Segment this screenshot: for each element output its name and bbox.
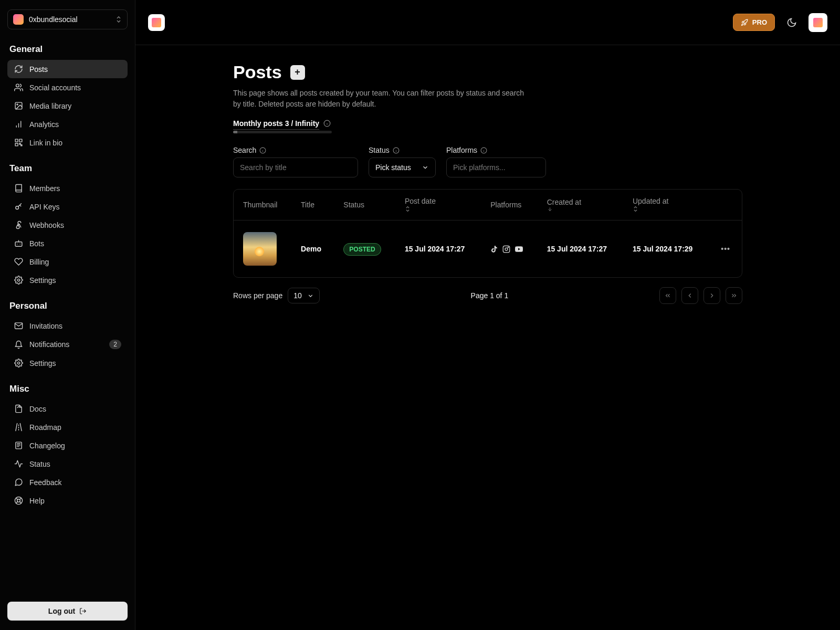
last-page-button[interactable] — [726, 287, 742, 304]
bot-icon — [14, 239, 23, 248]
sidebar-item-label: Link in bio — [29, 139, 62, 147]
sidebar-item-settings[interactable]: Settings — [7, 271, 128, 289]
app-logo[interactable] — [148, 14, 165, 31]
row-actions-button[interactable]: ••• — [721, 245, 730, 253]
moon-icon — [786, 17, 797, 28]
col-thumbnail: Thumbnail — [234, 190, 291, 220]
svg-point-9 — [17, 362, 19, 364]
usage-label: Monthly posts 3 / Infinity — [233, 119, 319, 128]
platforms-select[interactable]: Pick platforms... — [446, 158, 546, 177]
search-input[interactable] — [233, 158, 358, 177]
notification-badge: 2 — [109, 340, 121, 349]
sidebar-item-label: Settings — [29, 276, 56, 285]
instagram-icon — [502, 245, 510, 253]
usage-bar — [233, 131, 332, 133]
road-icon — [14, 423, 23, 432]
info-icon[interactable] — [393, 147, 400, 154]
sort-icon — [633, 205, 699, 213]
sidebar-item-changelog[interactable]: Changelog — [7, 436, 128, 455]
logout-label: Log out — [48, 607, 75, 615]
sidebar-item-label: Docs — [29, 405, 46, 413]
col-platforms: Platforms — [481, 190, 537, 220]
info-icon[interactable] — [480, 147, 487, 154]
sidebar-item-label: Status — [29, 460, 50, 468]
sidebar-item-docs[interactable]: Docs — [7, 400, 128, 418]
sidebar-item-label: Feedback — [29, 478, 61, 487]
col-post-date[interactable]: Post date — [395, 190, 481, 220]
gear-icon — [14, 276, 23, 285]
sidebar-item-social-accounts[interactable]: Social accounts — [7, 78, 128, 97]
page-description: This page shows all posts created by you… — [233, 88, 527, 110]
sidebar-item-billing[interactable]: Billing — [7, 253, 128, 271]
info-icon[interactable] — [259, 147, 266, 154]
doc-icon — [14, 404, 23, 413]
gear-icon — [14, 359, 23, 368]
sidebar-item-help[interactable]: Help — [7, 491, 128, 510]
pulse-icon — [14, 459, 23, 468]
users-icon — [14, 83, 23, 92]
sidebar-item-label: Roadmap — [29, 423, 61, 432]
svg-rect-2 — [15, 139, 18, 142]
mail-icon — [14, 321, 23, 330]
platforms-label: Platforms — [446, 146, 477, 154]
sidebar-item-settings[interactable]: Settings — [7, 354, 128, 372]
sidebar-item-notifications[interactable]: Notifications2 — [7, 335, 128, 354]
table-row[interactable]: Demo POSTED 15 Jul 2024 17:27 — [234, 220, 742, 278]
tiktok-icon — [490, 245, 498, 253]
sidebar-item-members[interactable]: Members — [7, 179, 128, 197]
chevron-updown-icon — [116, 15, 122, 24]
svg-point-19 — [508, 247, 509, 247]
svg-point-7 — [17, 279, 19, 281]
status-select[interactable]: Pick status — [369, 158, 436, 177]
sidebar-item-invitations[interactable]: Invitations — [7, 317, 128, 335]
changelog-icon — [14, 441, 23, 450]
theme-toggle-button[interactable] — [782, 13, 801, 32]
workspace-switcher[interactable]: 0xbundlesocial — [7, 9, 128, 29]
sidebar-item-label: Bots — [29, 239, 44, 248]
post-title: Demo — [301, 245, 321, 253]
user-avatar[interactable] — [808, 13, 827, 32]
sidebar-item-label: API Keys — [29, 203, 60, 211]
sidebar-item-posts[interactable]: Posts — [7, 60, 128, 78]
pro-button[interactable]: PRO — [733, 14, 775, 31]
rows-per-page-select[interactable]: 10 — [288, 288, 320, 303]
search-label: Search — [233, 146, 256, 154]
sidebar-item-feedback[interactable]: Feedback — [7, 473, 128, 491]
sidebar-item-label: Webhooks — [29, 221, 64, 229]
qr-icon — [14, 138, 23, 147]
pro-label: PRO — [752, 18, 767, 26]
status-label: Status — [369, 146, 390, 154]
created-at: 15 Jul 2024 17:27 — [547, 245, 607, 253]
page-title: Posts — [233, 62, 282, 82]
bell-icon — [14, 340, 23, 349]
sidebar-item-bots[interactable]: Bots — [7, 234, 128, 253]
col-updated-at[interactable]: Updated at — [623, 190, 709, 220]
col-created-at[interactable]: Created at — [538, 190, 623, 220]
svg-rect-17 — [503, 246, 510, 253]
plus-icon: + — [295, 67, 300, 78]
svg-point-1 — [16, 104, 17, 105]
book-icon — [14, 184, 23, 193]
refresh-icon — [14, 65, 23, 74]
sidebar-item-roadmap[interactable]: Roadmap — [7, 418, 128, 436]
sidebar-item-api-keys[interactable]: API Keys — [7, 197, 128, 216]
svg-rect-4 — [15, 143, 18, 146]
add-post-button[interactable]: + — [290, 65, 305, 80]
sidebar-item-analytics[interactable]: Analytics — [7, 115, 128, 133]
workspace-logo — [13, 14, 24, 25]
logout-button[interactable]: Log out — [7, 602, 128, 621]
youtube-icon — [514, 245, 523, 253]
rows-per-page-label: Rows per page — [233, 291, 282, 300]
svg-point-18 — [505, 248, 508, 250]
first-page-button[interactable] — [659, 287, 676, 304]
sidebar-item-webhooks[interactable]: Webhooks — [7, 216, 128, 234]
sidebar-item-link-in-bio[interactable]: Link in bio — [7, 133, 128, 152]
sidebar-item-label: Posts — [29, 65, 48, 74]
sidebar-item-status[interactable]: Status — [7, 455, 128, 473]
next-page-button[interactable] — [704, 287, 720, 304]
info-icon[interactable] — [323, 120, 331, 127]
col-status: Status — [334, 190, 395, 220]
sidebar-item-media-library[interactable]: Media library — [7, 97, 128, 115]
prev-page-button[interactable] — [681, 287, 698, 304]
section-title: Misc — [9, 384, 125, 394]
